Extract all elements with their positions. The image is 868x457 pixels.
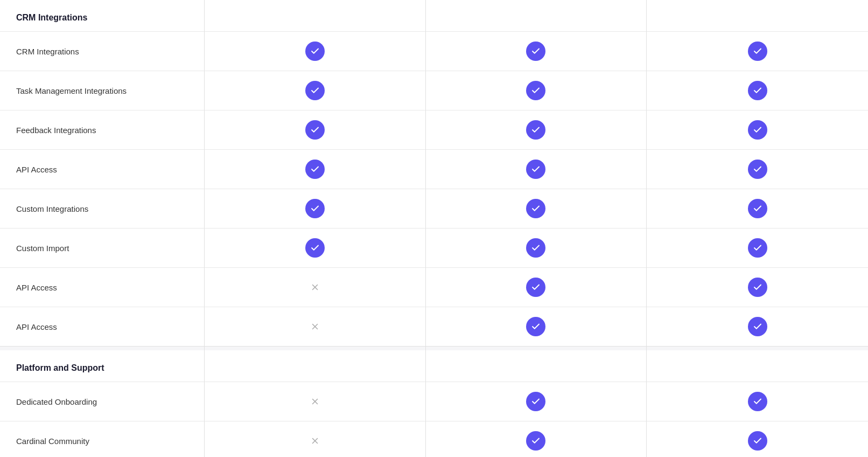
- check-icon: [305, 160, 325, 179]
- check-cell: [426, 71, 647, 110]
- check-icon: [526, 199, 545, 218]
- section-label-empty: [647, 0, 868, 31]
- check-icon: [748, 199, 767, 218]
- check-cell: [205, 228, 426, 267]
- section-label-empty: [205, 0, 426, 31]
- section-label-empty: [205, 350, 426, 382]
- check-cell: [426, 421, 647, 457]
- check-icon: [305, 120, 325, 140]
- check-cell: [426, 110, 647, 149]
- x-icon: [305, 392, 325, 411]
- check-cell: [205, 31, 426, 71]
- check-icon: [748, 81, 767, 100]
- check-icon: [526, 392, 545, 411]
- check-cell: [205, 267, 426, 307]
- check-cell: [647, 307, 868, 346]
- check-cell: [426, 228, 647, 267]
- check-cell: [647, 189, 868, 228]
- check-cell: [426, 149, 647, 189]
- check-cell: [647, 228, 868, 267]
- check-icon: [305, 81, 325, 100]
- check-cell: [426, 307, 647, 346]
- check-icon: [526, 160, 545, 179]
- feature-name: Dedicated Onboarding: [0, 382, 205, 421]
- section-label-empty: [647, 350, 868, 382]
- check-cell: [647, 71, 868, 110]
- check-icon: [305, 199, 325, 218]
- check-icon: [748, 41, 767, 61]
- check-cell: [205, 421, 426, 457]
- check-icon: [526, 278, 545, 297]
- check-icon: [748, 317, 767, 336]
- check-icon: [748, 392, 767, 411]
- check-cell: [205, 189, 426, 228]
- feature-name: API Access: [0, 149, 205, 189]
- x-icon: [305, 431, 325, 451]
- check-icon: [305, 238, 325, 258]
- check-icon: [748, 238, 767, 258]
- check-icon: [748, 160, 767, 179]
- check-cell: [647, 267, 868, 307]
- x-icon: [305, 278, 325, 297]
- check-icon: [748, 278, 767, 297]
- feature-name: Task Management Integrations: [0, 71, 205, 110]
- section-label: CRM Integrations: [0, 0, 205, 31]
- check-icon: [526, 238, 545, 258]
- check-cell: [647, 31, 868, 71]
- check-icon: [526, 81, 545, 100]
- check-cell: [426, 31, 647, 71]
- feature-name: Feedback Integrations: [0, 110, 205, 149]
- x-icon: [305, 317, 325, 336]
- check-cell: [205, 307, 426, 346]
- section-label-empty: [426, 350, 647, 382]
- check-cell: [426, 189, 647, 228]
- comparison-table: CRM IntegrationsCRM Integrations Task Ma…: [0, 0, 868, 457]
- check-cell: [426, 267, 647, 307]
- check-icon: [748, 431, 767, 451]
- feature-name: API Access: [0, 267, 205, 307]
- check-cell: [647, 149, 868, 189]
- check-cell: [205, 110, 426, 149]
- feature-name: Custom Import: [0, 228, 205, 267]
- check-icon: [526, 317, 545, 336]
- feature-name: Cardinal Community: [0, 421, 205, 457]
- check-cell: [647, 110, 868, 149]
- check-cell: [205, 71, 426, 110]
- check-icon: [526, 431, 545, 451]
- feature-name: API Access: [0, 307, 205, 346]
- table-grid: CRM IntegrationsCRM Integrations Task Ma…: [0, 0, 868, 457]
- section-label-empty: [426, 0, 647, 31]
- check-icon: [526, 41, 545, 61]
- check-cell: [205, 149, 426, 189]
- check-cell: [205, 382, 426, 421]
- check-icon: [526, 120, 545, 140]
- feature-name: Custom Integrations: [0, 189, 205, 228]
- check-icon: [748, 120, 767, 140]
- check-cell: [647, 382, 868, 421]
- check-cell: [426, 382, 647, 421]
- check-cell: [647, 421, 868, 457]
- check-icon: [305, 41, 325, 61]
- section-label: Platform and Support: [0, 350, 205, 382]
- feature-name: CRM Integrations: [0, 31, 205, 71]
